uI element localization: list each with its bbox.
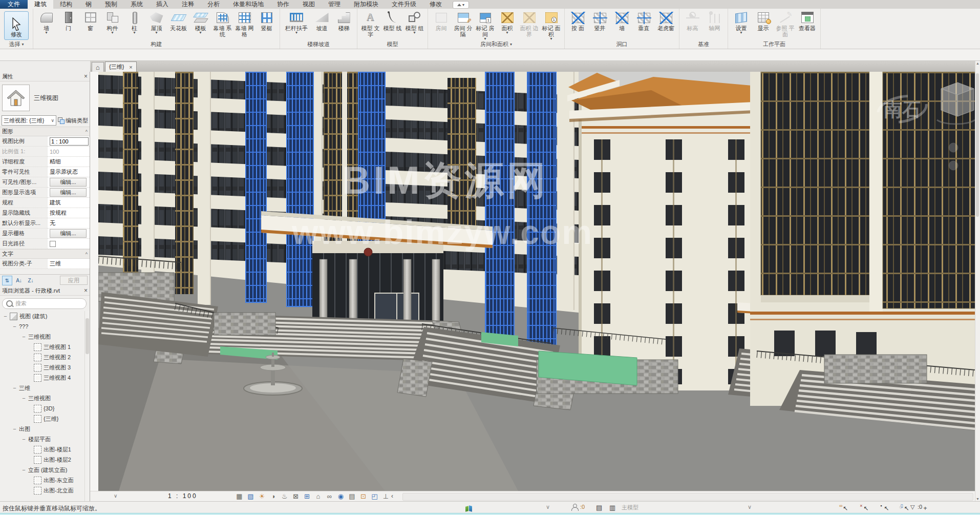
tool-set-work-plane[interactable]: 设置▾	[730, 10, 752, 34]
tab-manage[interactable]: 管理	[322, 0, 347, 9]
chevron-left-icon[interactable]: ‹	[391, 492, 393, 500]
tree-expander[interactable]: −	[22, 334, 26, 340]
browser-search-box[interactable]: 搜索	[2, 298, 87, 309]
view-scale-button[interactable]: 1 : 100	[168, 492, 198, 500]
modify-button[interactable]: 修改	[4, 11, 29, 40]
scroll-down-icon[interactable]: ▼	[976, 497, 979, 501]
tab-architecture[interactable]: 建筑	[28, 0, 53, 9]
tool-component[interactable]: 构件▾	[101, 10, 123, 34]
tree-expander[interactable]: −	[12, 323, 17, 329]
type-preview-image[interactable]	[2, 85, 30, 111]
navigation-wheel-icon[interactable]	[949, 143, 958, 152]
tool-stair[interactable]: 楼梯	[333, 10, 355, 31]
tab-systems[interactable]: 系统	[124, 0, 150, 9]
file-menu-button[interactable]: 文件	[0, 0, 28, 9]
select-by-face-icon[interactable]: ▯↖	[904, 505, 909, 512]
edit-visibility-button[interactable]: 编辑...	[50, 178, 87, 187]
vertical-scrollbar[interactable]: ▲ ▼	[975, 61, 980, 501]
edit-type-button[interactable]: 编辑类型	[58, 117, 88, 125]
chevron-down-icon[interactable]: ∨	[114, 493, 117, 499]
entrance[interactable]	[312, 241, 443, 328]
shadows-icon[interactable]: ◑	[269, 492, 277, 500]
tree-item-3d-view-3[interactable]: 三维视图 3	[0, 362, 90, 373]
tool-tag-room[interactable]: 标记 房间▾	[474, 10, 496, 40]
tab-precast[interactable]: 预制	[98, 0, 124, 9]
ribbon-display-toggle[interactable]: ▾	[453, 1, 469, 9]
navigation-pan-icon[interactable]	[949, 161, 958, 170]
temporary-view-properties-icon[interactable]: ▤	[348, 492, 356, 500]
tree-item-3d-default[interactable]: {3D}	[0, 403, 90, 414]
locked-3d-view-icon[interactable]: ⌂	[314, 492, 322, 500]
browser-scrollbar[interactable]	[84, 311, 90, 501]
reveal-hidden-elements-icon[interactable]: ◉	[337, 492, 345, 500]
close-icon[interactable]: ×	[84, 74, 88, 79]
tree-expander[interactable]: −	[22, 436, 26, 442]
tool-show-work-plane[interactable]: 显示	[752, 10, 774, 31]
parts-visibility-value[interactable]: 显示原状态	[47, 167, 90, 177]
right-wing[interactable]	[750, 72, 975, 430]
sort-ascending-button[interactable]: A↓	[14, 276, 24, 285]
tool-viewer[interactable]: 查看器	[796, 10, 818, 31]
detail-level-icon[interactable]: ▦	[236, 492, 243, 500]
tab-modify[interactable]: 修改	[423, 0, 449, 9]
tool-column[interactable]: 柱▾	[123, 10, 145, 34]
tool-area[interactable]: 面积▾	[496, 10, 518, 34]
section-text[interactable]: 文字 ^	[0, 249, 90, 259]
design-option-label[interactable]: 主模型	[622, 504, 638, 511]
temporary-hide-isolate-icon[interactable]: ∞	[326, 492, 333, 500]
tree-item-unnamed-group[interactable]: −???	[0, 321, 90, 332]
group-label-select[interactable]: 选择▾	[0, 40, 33, 49]
home-icon[interactable]: ⌂	[92, 62, 104, 72]
discipline-value[interactable]: 建筑	[47, 198, 90, 208]
apply-button[interactable]: 应用	[60, 276, 88, 285]
filter-icon[interactable]: ▽	[910, 504, 914, 510]
sun-path-checkbox[interactable]	[50, 241, 56, 247]
tree-item-plan-level2[interactable]: 出图-楼层2	[0, 455, 90, 465]
drag-elements-icon[interactable]: +	[924, 505, 927, 512]
tan-curtain-strip[interactable]	[175, 72, 194, 294]
tree-item-3d-views-group2[interactable]: −三维视图	[0, 393, 90, 403]
detail-level-value[interactable]: 精细	[47, 157, 90, 167]
tree-item-plan-level1[interactable]: 出图-楼层1	[0, 444, 90, 455]
tree-item-3d-view-1[interactable]: 三维视图 1	[0, 342, 90, 352]
edit-graphic-display-button[interactable]: 编辑...	[50, 188, 87, 197]
select-pinned-icon[interactable]: ▪↖	[884, 505, 889, 512]
tree-item-3d-group[interactable]: −三维	[0, 383, 90, 393]
horizontal-scrollbar[interactable]	[402, 493, 973, 501]
tool-dormer[interactable]: 老虎窗	[655, 10, 677, 31]
group-label-room-area[interactable]: 房间和面积▾	[428, 40, 564, 49]
sort-descending-button[interactable]: Z↓	[26, 276, 36, 285]
tab-analyze[interactable]: 分析	[201, 0, 226, 9]
tool-model-text[interactable]: 模型 文字	[359, 10, 381, 37]
tab-steel[interactable]: 钢	[79, 0, 98, 9]
tool-ceiling[interactable]: 天花板	[167, 10, 189, 31]
tree-item-views-root[interactable]: −视图 (建筑)	[0, 311, 90, 321]
tree-item-3d-views-group[interactable]: −三维视图	[0, 332, 90, 342]
tool-by-face[interactable]: 按 面	[567, 10, 589, 31]
tool-mullion[interactable]: 竖梃	[255, 10, 278, 31]
3d-model-canvas[interactable]: 南石 BIM资源网 www.bimzyw.com	[98, 72, 975, 491]
worksets-icon[interactable]	[571, 504, 578, 510]
tab-structure[interactable]: 结构	[53, 0, 79, 9]
tool-ramp[interactable]: 坡道	[311, 10, 333, 31]
tree-expander[interactable]: −	[12, 385, 17, 391]
select-links-icon[interactable]: ∞↖	[843, 505, 848, 512]
tree-item-floor-plans[interactable]: −楼层平面	[0, 434, 90, 444]
tool-door[interactable]: 门	[57, 10, 79, 31]
tool-tag-area[interactable]: 标记 面积▾	[540, 10, 562, 40]
tool-roof[interactable]: 屋顶▾	[145, 10, 167, 34]
chevron-down-icon[interactable]: ∨	[546, 504, 550, 510]
tool-window[interactable]: 窗	[79, 10, 101, 31]
sun-path-icon[interactable]: ☀	[258, 492, 266, 500]
view-scale-input[interactable]	[50, 137, 89, 146]
close-icon[interactable]: ×	[129, 64, 132, 70]
displacement-sets-icon[interactable]: ◰	[371, 492, 378, 500]
worksets-dialog-icon[interactable]: ▤	[596, 504, 602, 511]
hidden-lines-value[interactable]: 按规程	[47, 208, 90, 218]
tree-item-elev-east[interactable]: 出图-东立面	[0, 475, 90, 485]
tool-wall[interactable]: 墙▾	[35, 10, 57, 34]
tab-view[interactable]: 视图	[296, 0, 322, 9]
tree-expander[interactable]: −	[22, 395, 26, 401]
select-underlay-icon[interactable]: ×↖	[863, 505, 868, 512]
tan-curtain-strip[interactable]	[448, 78, 476, 226]
